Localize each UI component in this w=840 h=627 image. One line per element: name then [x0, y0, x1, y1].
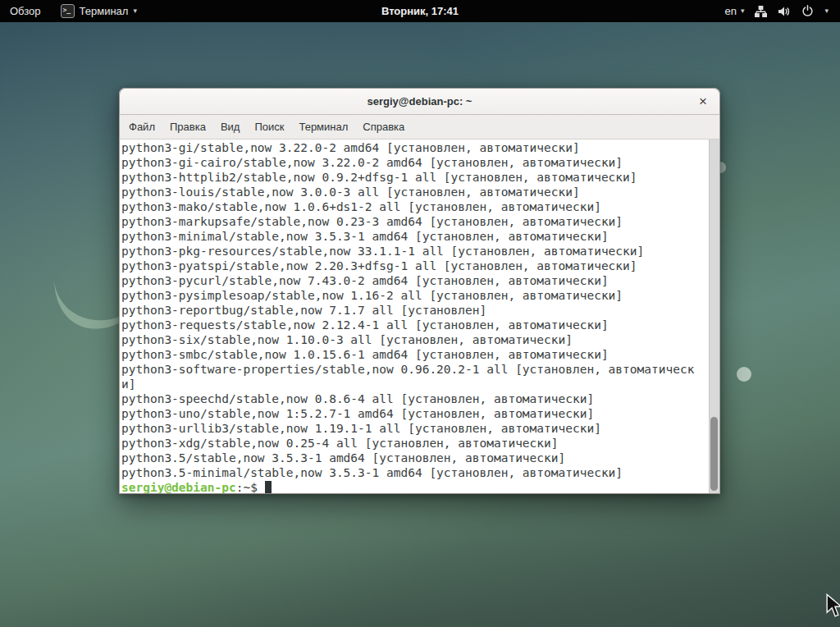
terminal-line: python3-speechd/stable,now 0.8.6-4 all […	[121, 391, 719, 406]
terminal-line: python3-six/stable,now 1.10.0-3 all [уст…	[121, 332, 719, 347]
terminal-line: python3.5/stable,now 3.5.3-1 amd64 [уста…	[121, 451, 719, 465]
app-menu-label: Терминал	[80, 5, 129, 17]
menu-item[interactable]: Поиск	[247, 115, 291, 139]
menu-item[interactable]: Терминал	[291, 115, 355, 139]
terminal-line: python3-httplib2/stable,now 0.9.2+dfsg-1…	[121, 170, 719, 185]
power-icon[interactable]	[801, 5, 814, 17]
terminal-line: python3-louis/stable,now 3.0.0-3 all [ус…	[121, 185, 719, 199]
prompt-user-host: sergiy@debian-pc	[121, 481, 236, 494]
chevron-down-icon: ▾	[741, 7, 745, 15]
menu-item[interactable]: Вид	[213, 115, 248, 139]
terminal-line: python3.5-minimal/stable,now 3.5.3-1 amd…	[121, 465, 719, 480]
keyboard-layout-indicator[interactable]: en ▾	[724, 5, 744, 17]
terminal-window: sergiy@debian-pc: ~ × ФайлПравкаВидПоиск…	[119, 88, 720, 494]
terminal-output: python3-gi/stable,now 3.22.0-2 amd64 [ус…	[121, 140, 719, 480]
clock-button[interactable]: Вторник, 17:41	[381, 5, 459, 17]
top-bar-right: en ▾ ▾	[724, 0, 840, 22]
activities-button[interactable]: Обзор	[0, 0, 51, 22]
chevron-down-icon: ▾	[133, 7, 137, 15]
window-titlebar[interactable]: sergiy@debian-pc: ~ ×	[119, 88, 720, 115]
terminal-line: python3-uno/stable,now 1:5.2.7-1 amd64 […	[121, 406, 719, 421]
network-icon[interactable]	[755, 6, 767, 17]
top-bar-left: Обзор >_ Терминал ▾	[0, 0, 147, 22]
wallpaper-dot	[737, 367, 751, 382]
mouse-cursor	[825, 593, 840, 618]
menu-bar: ФайлПравкаВидПоискТерминалСправка	[119, 115, 720, 140]
terminal-line: python3-mako/stable,now 1.0.6+ds1-2 all …	[121, 199, 719, 214]
scrollbar[interactable]	[709, 140, 719, 494]
close-button[interactable]: ×	[692, 89, 714, 114]
window-title: sergiy@debian-pc: ~	[368, 95, 472, 108]
top-bar: Обзор >_ Терминал ▾ Вторник, 17:41 en ▾	[0, 0, 840, 22]
terminal-cursor	[265, 481, 272, 493]
menu-item[interactable]: Файл	[121, 115, 162, 139]
terminal-line: python3-reportbug/stable,now 7.1.7 all […	[121, 303, 719, 318]
terminal-line: python3-software-properties/stable,now 0…	[121, 362, 719, 377]
terminal-content[interactable]: python3-gi/stable,now 3.22.0-2 amd64 [ус…	[119, 140, 720, 494]
chevron-down-icon: ▾	[824, 7, 829, 15]
volume-icon[interactable]	[778, 6, 791, 17]
prompt-line: sergiy@debian-pc:~$	[121, 480, 719, 494]
menu-item[interactable]: Правка	[162, 115, 213, 139]
terminal-line: python3-smbc/stable,now 1.0.15.6-1 amd64…	[121, 347, 719, 362]
terminal-app-icon: >_	[61, 4, 75, 18]
menu-item[interactable]: Справка	[355, 115, 412, 139]
terminal-line: python3-urllib3/stable,now 1.19.1-1 all …	[121, 421, 719, 436]
terminal-line: python3-xdg/stable,now 0.25-4 all [устан…	[121, 436, 719, 451]
terminal-line: и]	[121, 377, 719, 391]
prompt-suffix: :~$	[236, 481, 258, 494]
app-menu[interactable]: >_ Терминал ▾	[51, 0, 147, 22]
keyboard-layout-label: en	[724, 5, 736, 17]
terminal-line: python3-gi/stable,now 3.22.0-2 amd64 [ус…	[121, 140, 719, 155]
terminal-line: python3-markupsafe/stable,now 0.23-3 amd…	[121, 214, 719, 229]
terminal-line: python3-gi-cairo/stable,now 3.22.0-2 amd…	[121, 155, 719, 170]
terminal-line: python3-pyatspi/stable,now 2.20.3+dfsg-1…	[121, 259, 719, 273]
terminal-line: python3-pkg-resources/stable,now 33.1.1-…	[121, 244, 719, 259]
terminal-line: python3-requests/stable,now 2.12.4-1 all…	[121, 318, 719, 332]
scrollbar-thumb[interactable]	[710, 417, 718, 491]
terminal-line: python3-pycurl/stable,now 7.43.0-2 amd64…	[121, 273, 719, 288]
terminal-line: python3-minimal/stable,now 3.5.3-1 amd64…	[121, 229, 719, 244]
terminal-line: python3-pysimplesoap/stable,now 1.16-2 a…	[121, 288, 719, 303]
